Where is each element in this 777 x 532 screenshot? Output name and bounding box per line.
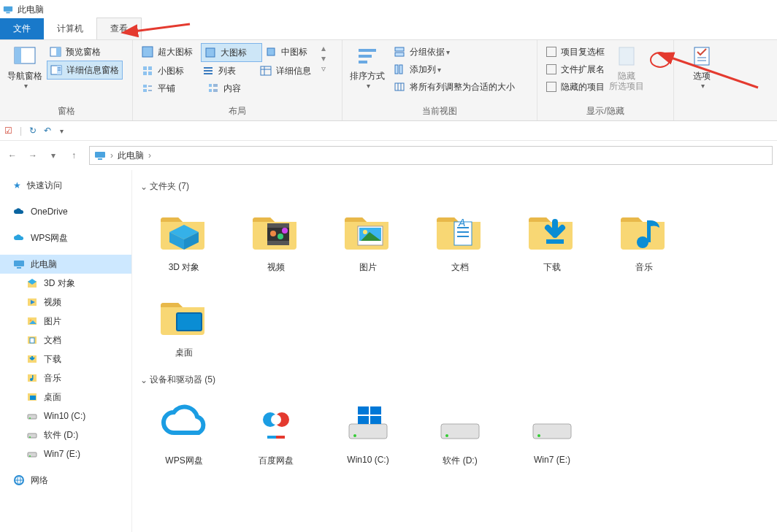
tree-child[interactable]: 文档 [0, 331, 131, 350]
nav-pane-button[interactable]: 导航窗格 ▾ [6, 43, 44, 93]
svg-rect-14 [148, 66, 152, 70]
svg-point-82 [282, 228, 288, 234]
device-tile[interactable]: WPS网盘 [138, 396, 230, 467]
preview-pane-button[interactable]: 预览窗格 [47, 43, 123, 61]
ribbon: 导航窗格 ▾ 预览窗格 详细信息窗格 窗格 [0, 39, 777, 121]
layout-small[interactable]: 小图标 [139, 62, 199, 80]
tree-child[interactable]: 下载 [0, 350, 131, 369]
content-icon [207, 82, 219, 94]
tree-child-label: 软件 (D:) [44, 429, 78, 442]
layout-tiles[interactable]: 平铺 [139, 80, 204, 97]
folder-tile[interactable]: 视频 [230, 203, 322, 274]
device-label: WPS网盘 [165, 455, 202, 467]
tree-child[interactable]: Win10 (C:) [0, 406, 131, 425]
folder-tile[interactable]: 下载 [506, 203, 598, 274]
layout-large[interactable]: 大图标 [201, 43, 261, 62]
svg-rect-24 [143, 89, 147, 92]
svg-rect-100 [267, 436, 276, 439]
hide-selected-button[interactable]: 隐藏 所选项目 [608, 43, 646, 93]
quick-access-toolbar: ☑ | ↻ ↶ ▾ [0, 121, 777, 141]
tree-child[interactable]: Win7 (E:) [0, 444, 131, 463]
folder-label: 文档 [451, 261, 469, 274]
qat-dropdown-icon[interactable]: ▾ [60, 127, 64, 135]
tree-onedrive[interactable]: OneDrive [0, 202, 131, 221]
folder-icon [26, 296, 38, 308]
tree-child-label: Win10 (C:) [44, 411, 85, 421]
size-columns-button[interactable]: 将所有列调整为合适的大小 [391, 78, 518, 96]
svg-rect-37 [395, 53, 404, 56]
folder-icon [26, 277, 38, 289]
folder-tile[interactable]: A文档 [414, 203, 506, 274]
tree-child[interactable]: 3D 对象 [0, 274, 131, 293]
dropdown-caret-icon: ▾ [701, 81, 705, 91]
qat-refresh-icon[interactable]: ↻ [29, 126, 37, 136]
tree-this-pc[interactable]: 此电脑 [0, 255, 131, 274]
layout-content[interactable]: 内容 [204, 80, 267, 97]
group-label-current-view: 当前视图 [348, 104, 531, 119]
sort-by-button[interactable]: 排序方式 ▾ [348, 43, 386, 93]
hide-selected-icon [615, 45, 638, 68]
nav-forward-button[interactable]: → [25, 147, 41, 163]
tree-child[interactable]: 桌面 [0, 388, 131, 406]
add-columns-button[interactable]: 添加列▾ [391, 61, 518, 78]
device-tile[interactable]: Win7 (E:) [506, 396, 598, 467]
breadcrumb-root[interactable]: 此电脑 [118, 150, 144, 162]
item-checkboxes-toggle[interactable]: 项目复选框 [543, 43, 608, 61]
tab-computer[interactable]: 计算机 [44, 18, 96, 39]
options-button[interactable]: 选项 ▾ [683, 43, 721, 93]
file-ext-label: 文件扩展名 [561, 63, 605, 76]
file-ext-toggle[interactable]: 文件扩展名 [543, 61, 608, 78]
svg-rect-63 [32, 375, 34, 379]
qat-checkbox-icon[interactable]: ☑ [4, 126, 12, 136]
nav-recent-dropdown[interactable]: ▾ [45, 147, 61, 163]
folder-tile[interactable]: 桌面 [138, 288, 230, 359]
details-pane-button[interactable]: 详细信息窗格 [47, 61, 123, 80]
section-devices-header[interactable]: ⌄ 设备和驱动器 (5) [138, 374, 777, 386]
tree-network[interactable]: 网络 [0, 471, 131, 490]
device-tile[interactable]: 百度网盘 [230, 396, 322, 467]
details-icon [260, 65, 272, 77]
tree-child-label: 音乐 [44, 372, 61, 385]
svg-text:A: A [458, 217, 465, 228]
folder-tile[interactable]: 3D 对象 [138, 203, 230, 274]
chevron-up-icon: ▴ [321, 43, 326, 53]
layout-scroll[interactable]: ▴ ▾ ▿ [321, 43, 326, 74]
folder-tile[interactable]: 音乐 [598, 203, 690, 274]
breadcrumb-sep: › [148, 150, 151, 161]
this-pc-icon [3, 4, 13, 15]
svg-rect-47 [95, 152, 105, 158]
folder-icon [618, 203, 670, 255]
folder-tile[interactable]: 图片 [322, 203, 414, 274]
tree-child[interactable]: 图片 [0, 312, 131, 331]
folder-label: 桌面 [175, 347, 193, 359]
layout-extra-large[interactable]: 超大图标 [139, 43, 201, 61]
svg-point-108 [537, 434, 540, 437]
nav-up-button[interactable]: ↑ [66, 147, 82, 163]
device-tile[interactable]: 软件 (D:) [414, 396, 506, 467]
tree-quick-access[interactable]: ★ 快速访问 [0, 176, 131, 195]
layout-details[interactable]: 详细信息 [257, 62, 321, 80]
small-icons-icon [142, 65, 153, 77]
address-bar[interactable]: › 此电脑 › [89, 146, 773, 165]
qat-separator: | [20, 126, 22, 136]
nav-back-button[interactable]: ← [4, 147, 20, 163]
group-by-button[interactable]: 分组依据▾ [391, 43, 518, 61]
qat-undo-icon[interactable]: ↶ [44, 126, 51, 136]
tab-file[interactable]: 文件 [0, 18, 44, 39]
tab-view[interactable]: 查看 [96, 18, 142, 39]
breadcrumb-sep: › [110, 150, 113, 161]
section-folders-header[interactable]: ⌄ 文件夹 (7) [138, 180, 777, 193]
layout-medium[interactable]: 中图标 [262, 43, 321, 61]
svg-rect-20 [261, 66, 271, 75]
tree-child-label: 文档 [44, 334, 61, 347]
hidden-items-toggle[interactable]: 隐藏的项目 [543, 78, 608, 96]
layout-list[interactable]: 列表 [199, 62, 257, 80]
device-tile[interactable]: Win10 (C:) [322, 396, 414, 467]
tree-wps[interactable]: WPS网盘 [0, 228, 131, 247]
folder-icon [26, 372, 38, 384]
tree-child[interactable]: 软件 (D:) [0, 425, 131, 444]
tree-child[interactable]: 视频 [0, 293, 131, 312]
svg-rect-39 [399, 65, 402, 74]
folder-icon [26, 448, 38, 460]
tree-child[interactable]: 音乐 [0, 369, 131, 388]
